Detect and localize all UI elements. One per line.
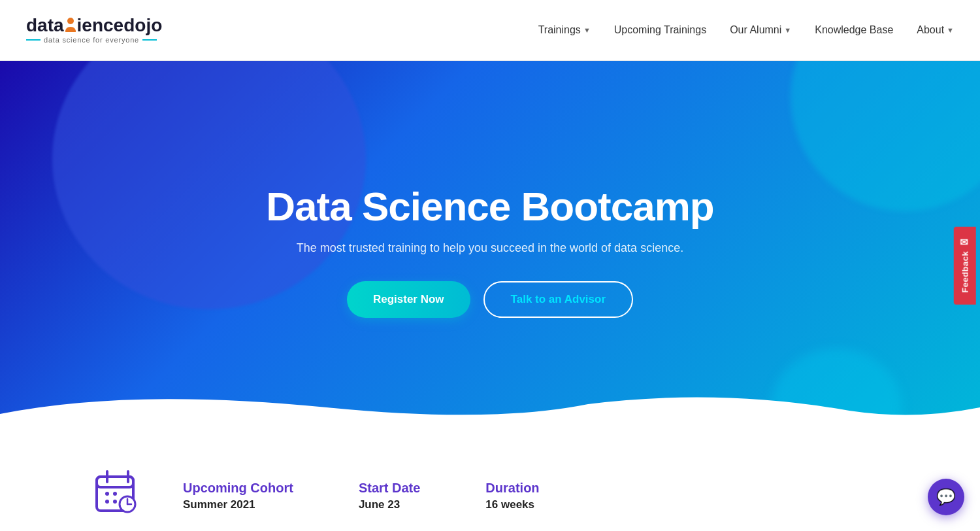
nav-item-knowledge[interactable]: Knowledge Base — [815, 24, 893, 36]
logo-text-ience: ience — [77, 16, 124, 35]
cohort-upcoming: Upcoming Cohort Summer 2021 — [183, 481, 293, 511]
nav-item-about[interactable]: About ▼ — [917, 24, 954, 36]
hero-title: Data Science Bootcamp — [266, 183, 713, 230]
nav-links: Trainings ▼ Upcoming Trainings Our Alumn… — [538, 24, 954, 36]
logo-text-data: data — [26, 16, 64, 35]
upcoming-cohort-label: Upcoming Cohort — [183, 481, 293, 496]
svg-point-11 — [113, 500, 117, 504]
calendar-icon — [91, 466, 144, 525]
start-date-label: Start Date — [359, 481, 420, 496]
svg-point-10 — [105, 500, 109, 504]
duration-value: 16 weeks — [485, 498, 534, 511]
svg-point-9 — [113, 492, 117, 496]
nav-label-upcoming: Upcoming Trainings — [614, 24, 706, 36]
chat-bubble-button[interactable]: 💬 — [928, 479, 964, 515]
logo-person-icon — [64, 18, 77, 33]
chevron-down-icon-alumni: ▼ — [784, 26, 791, 34]
nav-label-alumni: Our Alumni — [730, 24, 781, 36]
hero-content: Data Science Bootcamp The most trusted t… — [266, 183, 713, 318]
tagline-line-left — [26, 39, 41, 41]
nav-item-trainings[interactable]: Trainings ▼ — [538, 24, 591, 36]
hero-buttons: Register Now Talk to an Advisor — [266, 281, 713, 318]
svg-point-8 — [105, 492, 109, 496]
hero-wave — [0, 388, 980, 440]
duration-label: Duration — [485, 481, 539, 496]
tagline-line-right — [142, 39, 157, 41]
talk-advisor-button[interactable]: Talk to an Advisor — [483, 281, 633, 318]
logo[interactable]: data ience dojo data science for everyon… — [26, 16, 162, 44]
register-now-button[interactable]: Register Now — [347, 281, 470, 318]
cohort-duration: Duration 16 weeks — [485, 481, 539, 511]
hero-subtitle: The most trusted training to help you su… — [266, 241, 713, 255]
nav-item-alumni[interactable]: Our Alumni ▼ — [730, 24, 791, 36]
start-date-value: June 23 — [359, 498, 400, 511]
nav-link-trainings[interactable]: Trainings ▼ — [538, 24, 591, 36]
cohort-info: Upcoming Cohort Summer 2021 Start Date J… — [183, 481, 540, 511]
hero-blob-2 — [791, 61, 980, 211]
hero-section: Data Science Bootcamp The most trusted t… — [0, 61, 980, 440]
navbar: data ience dojo data science for everyon… — [0, 0, 980, 61]
upcoming-cohort-value: Summer 2021 — [183, 498, 255, 511]
feedback-label: Feedback — [960, 251, 970, 293]
logo-text-dojo: dojo — [123, 16, 162, 35]
logo-tagline: data science for everyone — [44, 36, 139, 44]
nav-link-about[interactable]: About ▼ — [917, 24, 954, 36]
mail-icon: ✉ — [960, 237, 970, 248]
feedback-tab[interactable]: Feedback ✉ — [953, 226, 975, 304]
cohort-start: Start Date June 23 — [359, 481, 420, 511]
chat-icon: 💬 — [936, 488, 956, 506]
nav-link-alumni[interactable]: Our Alumni ▼ — [730, 24, 791, 36]
cohort-section: Upcoming Cohort Summer 2021 Start Date J… — [0, 440, 980, 531]
nav-label-trainings: Trainings — [538, 24, 581, 36]
chevron-down-icon: ▼ — [583, 26, 591, 34]
nav-link-upcoming[interactable]: Upcoming Trainings — [614, 24, 706, 36]
nav-link-knowledge[interactable]: Knowledge Base — [815, 24, 893, 36]
nav-item-upcoming[interactable]: Upcoming Trainings — [614, 24, 706, 36]
nav-label-about: About — [917, 24, 944, 36]
chevron-down-icon-about: ▼ — [947, 26, 954, 34]
svg-point-0 — [67, 18, 74, 24]
nav-label-knowledge: Knowledge Base — [815, 24, 893, 36]
